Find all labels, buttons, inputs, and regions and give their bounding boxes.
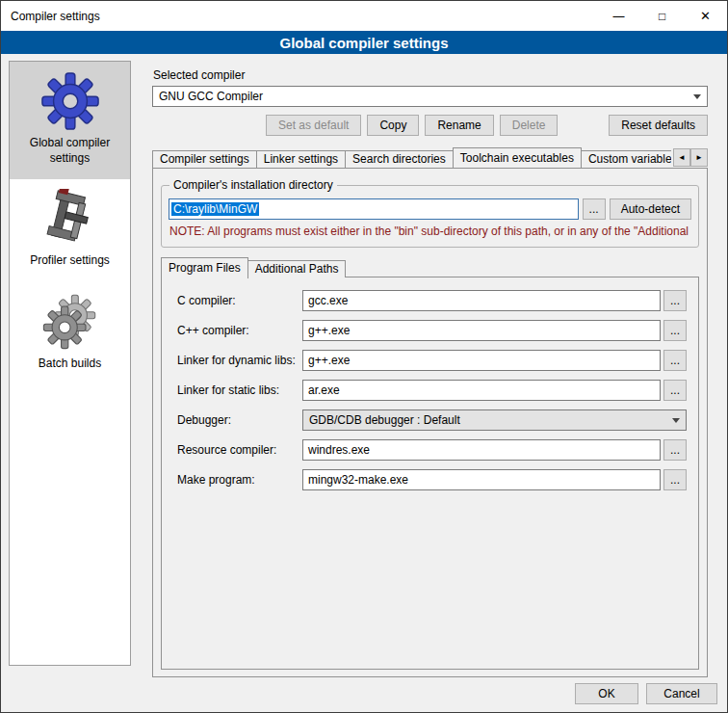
blue-gear-icon [40,71,100,131]
make-program-input[interactable]: mingw32-make.exe [302,469,661,490]
c-compiler-value: gcc.exe [308,294,348,307]
static-linker-label: Linker for static libs: [177,383,302,397]
resource-compiler-browse-button[interactable]: ... [663,439,687,461]
c-compiler-label: C compiler: [177,294,302,307]
static-linker-value: ar.exe [308,383,340,397]
form-row: Resource compiler: windres.exe ... [177,439,687,461]
sidebar: Global compiler settings Profiler settin… [9,61,131,666]
settings-tabbar: Compiler settings Linker settings Search… [152,147,708,168]
form-row: Linker for static libs: ar.exe ... [177,380,687,401]
tab-scroll-left-icon[interactable]: ◄ [673,148,690,167]
install-dir-input[interactable]: C:\raylib\MinGW [169,198,579,220]
make-program-label: Make program: [177,473,302,487]
dynamic-linker-input[interactable]: g++.exe [302,350,661,371]
sidebar-item-label: Global compiler settings [12,136,128,166]
chevron-down-icon [672,418,680,423]
form-row: Make program: mingw32-make.exe ... [177,469,687,490]
selected-compiler-value: GNU GCC Compiler [159,90,263,103]
compiler-settings-window: Compiler settings — □ ✕ Global compiler … [0,0,728,713]
make-program-browse-button[interactable]: ... [663,469,687,490]
tab-linker-settings[interactable]: Linker settings [256,150,346,168]
close-button[interactable]: ✕ [684,1,727,31]
subtab-program-files[interactable]: Program Files [161,257,248,278]
minimize-button[interactable]: — [597,1,640,31]
resource-compiler-input[interactable]: windres.exe [302,439,661,461]
tab-scroll-right-icon[interactable]: ► [690,148,708,167]
debugger-value: GDB/CDB debugger : Default [309,413,460,427]
selected-compiler-dropdown[interactable]: GNU GCC Compiler [152,86,708,107]
sidebar-item-label: Batch builds [12,356,128,372]
make-program-value: mingw32-make.exe [308,473,408,487]
gray-gears-icon [40,292,100,352]
install-dir-group-title: Compiler's installation directory [169,178,337,192]
dialog-footer: OK Cancel [575,683,717,704]
resource-compiler-value: windres.exe [308,443,370,457]
form-row: C compiler: gcc.exe ... [177,290,687,311]
main-content: Selected compiler GNU GCC Compiler Set a… [141,61,721,677]
install-dir-row: C:\raylib\MinGW ... Auto-detect [169,198,691,220]
cpp-compiler-label: C++ compiler: [177,324,302,337]
form-row: Debugger: GDB/CDB debugger : Default [177,409,687,431]
form-row: Linker for dynamic libs: g++.exe ... [177,350,687,371]
cpp-compiler-value: g++.exe [308,324,350,337]
form-row: C++ compiler: g++.exe ... [177,320,687,341]
tab-scroll-buttons: ◄ ► [673,148,708,167]
rename-button[interactable]: Rename [425,115,493,136]
cancel-button[interactable]: Cancel [646,683,717,704]
reset-defaults-button[interactable]: Reset defaults [609,115,708,136]
chevron-down-icon [693,94,701,99]
dynamic-linker-label: Linker for dynamic libs: [177,354,302,367]
dynamic-linker-value: g++.exe [308,354,350,367]
sidebar-item-batch-builds[interactable]: Batch builds [10,282,130,385]
tab-custom-variables[interactable]: Custom variables [581,150,671,168]
tabs-strip: Compiler settings Linker settings Search… [152,147,671,168]
ok-button[interactable]: OK [575,683,638,704]
tab-search-directories[interactable]: Search directories [345,150,454,168]
titlebar: Compiler settings — □ ✕ [1,1,727,31]
static-linker-input[interactable]: ar.exe [302,380,661,401]
window-controls: — □ ✕ [597,1,727,31]
note-text: NOTE: All programs must exist either in … [169,224,690,238]
c-compiler-browse-button[interactable]: ... [663,290,687,311]
set-as-default-button[interactable]: Set as default [266,115,361,136]
delete-button[interactable]: Delete [500,115,559,136]
install-dir-value: C:\raylib\MinGW [171,202,259,216]
install-dir-browse-button[interactable]: ... [583,198,606,220]
copy-button[interactable]: Copy [367,115,419,136]
sidebar-item-profiler-settings[interactable]: Profiler settings [10,179,130,282]
toolchain-executables-panel: Compiler's installation directory C:\ray… [152,168,708,677]
resource-compiler-label: Resource compiler: [177,443,302,457]
sidebar-item-label: Profiler settings [12,253,128,269]
tab-compiler-settings[interactable]: Compiler settings [152,150,257,168]
program-files-tabbar: Program Files Additional Paths [161,257,699,277]
cpp-compiler-input[interactable]: g++.exe [302,320,661,341]
program-files-panel: C compiler: gcc.exe ... C++ compiler: g+… [161,277,699,670]
static-linker-browse-button[interactable]: ... [663,380,687,401]
dialog-header-title: Global compiler settings [1,31,727,54]
debugger-dropdown[interactable]: GDB/CDB debugger : Default [302,409,687,431]
cpp-compiler-browse-button[interactable]: ... [663,320,687,341]
sidebar-item-global-compiler-settings[interactable]: Global compiler settings [10,62,130,179]
subtab-additional-paths[interactable]: Additional Paths [247,260,347,277]
debugger-label: Debugger: [177,413,302,427]
c-compiler-input[interactable]: gcc.exe [302,290,661,311]
autodetect-button[interactable]: Auto-detect [610,198,691,220]
dynamic-linker-browse-button[interactable]: ... [663,350,687,371]
maximize-button[interactable]: □ [640,1,684,31]
window-title: Compiler settings [1,10,100,23]
profiler-clamp-icon [40,189,100,249]
compiler-buttons-row: Set as default Copy Rename Delete Reset … [152,115,708,136]
tab-toolchain-executables[interactable]: Toolchain executables [453,147,582,168]
install-dir-groupbox: Compiler's installation directory C:\ray… [161,185,699,248]
selected-compiler-label: Selected compiler [153,68,708,82]
